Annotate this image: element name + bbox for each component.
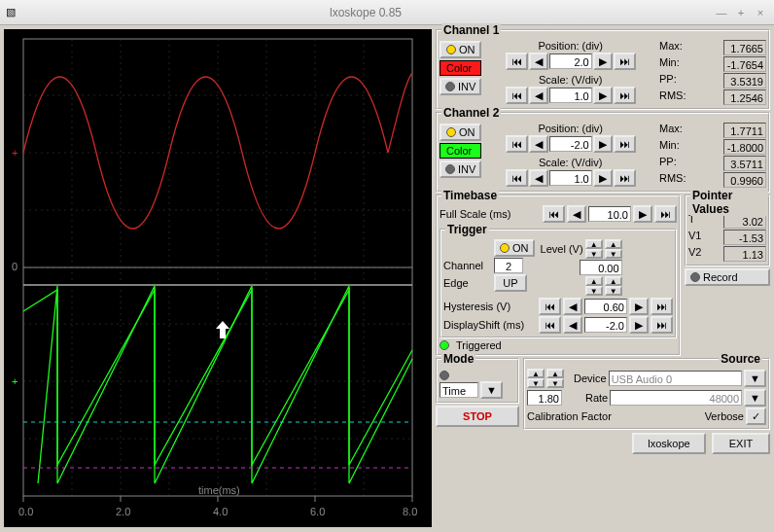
mode-dropdown-icon[interactable]: ▼ (480, 381, 503, 399)
ch2-pos-fastleft[interactable]: ⏮ (506, 135, 528, 153)
fs-right[interactable]: ▶ (633, 205, 652, 223)
svg-text:0: 0 (12, 261, 18, 272)
trigger-on-button[interactable]: ON (494, 239, 535, 257)
ch2-inv-button[interactable]: INV (440, 160, 481, 178)
ch1-pos-value[interactable]: 2.0 (549, 53, 592, 69)
ch1-pos-left[interactable]: ◀ (529, 53, 548, 70)
maximize-button[interactable]: + (733, 5, 749, 20)
inv-led-icon (445, 164, 455, 174)
about-button[interactable]: lxoskope (632, 433, 706, 454)
ch2-on-button[interactable]: ON (440, 124, 481, 141)
ch2-pos-left[interactable]: ◀ (529, 135, 548, 153)
record-button[interactable]: Record (685, 268, 770, 286)
ch1-scale-value[interactable]: 1.0 (549, 88, 592, 103)
fullscale-value[interactable]: 10.0 (588, 206, 631, 222)
ch2-scale-value[interactable]: 1.0 (549, 170, 592, 186)
channel2-panel: Channel 2 ON Color INV Position: (div) ⏮… (436, 112, 770, 193)
ch2-color-button[interactable]: Color (440, 143, 481, 159)
ch1-color-button[interactable]: Color (440, 60, 481, 76)
ds-fastright[interactable]: ⏭ (651, 316, 673, 334)
pointer-panel: Pointer Values T3.02 V1-1.53 V21.13 (685, 195, 770, 266)
ch2-pos-label: Position: (div) (538, 123, 603, 134)
hyst-fastright[interactable]: ⏭ (651, 298, 673, 315)
level-dn2[interactable]: ▼ (605, 249, 622, 259)
ds-right[interactable]: ▶ (629, 316, 649, 334)
fs-left[interactable]: ◀ (567, 205, 586, 223)
svg-text:2.0: 2.0 (116, 506, 130, 517)
trig-ch-l: Channel (443, 260, 492, 271)
rate-value[interactable]: 48000 (610, 390, 742, 406)
ch2-scale-left[interactable]: ◀ (529, 169, 548, 187)
ch1-pos-fastright[interactable]: ⏭ (614, 53, 636, 70)
minimize-button[interactable]: — (714, 5, 729, 20)
ch1-rms: 1.2546 (723, 89, 766, 105)
ch2-scale-right[interactable]: ▶ (593, 169, 613, 187)
ch1-on-button[interactable]: ON (440, 41, 481, 58)
svg-text:6.0: 6.0 (310, 506, 325, 517)
cal-dn2[interactable]: ▼ (546, 378, 564, 388)
ch1-scale-right[interactable]: ▶ (593, 87, 613, 104)
level-up3[interactable]: ▲ (585, 276, 603, 286)
hyst-fastleft[interactable]: ⏮ (539, 298, 561, 315)
ch2-pos-right[interactable]: ▶ (593, 135, 613, 153)
rate-dropdown-icon[interactable]: ▼ (744, 389, 766, 407)
ds-left[interactable]: ◀ (563, 316, 582, 334)
mode-title: Mode (441, 352, 475, 366)
stop-button[interactable]: STOP (436, 406, 519, 427)
close-button[interactable]: × (753, 5, 768, 20)
verbose-label: Verbose (705, 410, 744, 422)
level-dn1[interactable]: ▼ (585, 249, 603, 259)
triggered-led-icon (440, 340, 449, 350)
trig-ch-value[interactable]: 2 (494, 258, 523, 273)
timebase-title: Timebase (441, 189, 499, 202)
ch2-scale-fastleft[interactable]: ⏮ (506, 169, 528, 187)
verbose-checkbox[interactable]: ✓ (746, 408, 766, 425)
level-up1[interactable]: ▲ (585, 239, 603, 249)
ch1-max: 1.7665 (723, 40, 766, 55)
dshift-value[interactable]: -2.0 (584, 317, 627, 333)
triggered-label: Triggered (456, 339, 502, 351)
ch1-pos-right[interactable]: ▶ (593, 53, 613, 70)
hyst-left[interactable]: ◀ (563, 298, 582, 315)
ch2-min: -1.8000 (723, 139, 766, 155)
cal-up2[interactable]: ▲ (546, 369, 564, 378)
level-up4[interactable]: ▲ (605, 276, 622, 286)
cal-up1[interactable]: ▲ (527, 369, 545, 378)
hyst-value[interactable]: 0.60 (584, 299, 627, 314)
level-up2[interactable]: ▲ (605, 239, 622, 249)
trig-edge-button[interactable]: UP (494, 274, 527, 292)
level-dn4[interactable]: ▼ (605, 286, 622, 296)
svg-text:+: + (12, 375, 18, 387)
oscilloscope-plot[interactable]: 0 + + time(ms) 0.02.04.06.08.0 (4, 29, 432, 527)
ch1-inv-button[interactable]: INV (440, 78, 481, 95)
svg-text:4.0: 4.0 (213, 506, 228, 517)
ch1-scale-label: Scale: (V/div) (539, 74, 602, 86)
ch1-scale-fastleft[interactable]: ⏮ (506, 87, 528, 104)
channel2-title: Channel 2 (441, 106, 501, 120)
ds-fastleft[interactable]: ⏮ (539, 316, 561, 334)
device-label: Device (574, 372, 607, 384)
mode-panel: Mode Time▼ (436, 358, 519, 404)
ch2-pos-value[interactable]: -2.0 (549, 136, 592, 152)
hyst-right[interactable]: ▶ (629, 298, 649, 315)
ch2-rms-l: RMS: (659, 172, 686, 188)
ch1-pos-fastleft[interactable]: ⏮ (506, 53, 528, 70)
cal-value[interactable]: 1.80 (527, 390, 562, 406)
exit-button[interactable]: EXIT (712, 433, 770, 454)
cal-dn1[interactable]: ▼ (527, 378, 545, 388)
ch1-scale-left[interactable]: ◀ (529, 87, 548, 104)
ch2-pos-fastright[interactable]: ⏭ (614, 135, 636, 153)
ch1-pp: 3.5319 (723, 73, 766, 89)
fs-fastleft[interactable]: ⏮ (543, 205, 565, 223)
ch2-scale-fastright[interactable]: ⏭ (614, 169, 636, 187)
level-dn3[interactable]: ▼ (585, 286, 603, 296)
device-value[interactable]: USB Audio 0 (609, 371, 742, 386)
device-dropdown-icon[interactable]: ▼ (744, 370, 766, 387)
mode-select[interactable]: Time (440, 382, 478, 398)
fs-fastright[interactable]: ⏭ (654, 205, 677, 223)
trig-level-value[interactable]: 0.00 (580, 260, 622, 275)
ch1-scale-fastright[interactable]: ⏭ (614, 87, 636, 104)
record-led-icon (690, 272, 700, 282)
ptr-v1-l: V1 (688, 230, 701, 245)
app-icon: ▧ (6, 6, 21, 18)
